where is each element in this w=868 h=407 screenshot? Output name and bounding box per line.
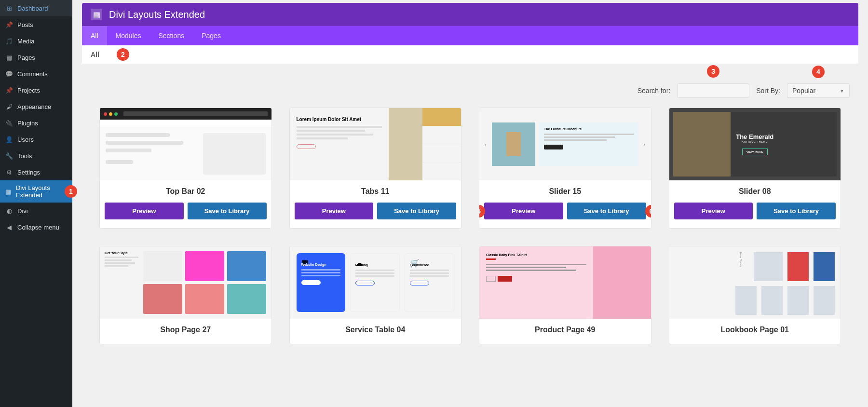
layout-title: Lookbook Page 01 (674, 326, 836, 334)
pin-icon: 📌 (5, 20, 14, 29)
sidebar-item-projects[interactable]: 📌Projects (0, 82, 72, 98)
subfilter-bar: All 2 (82, 45, 858, 64)
layout-card: Top Bar 02 Preview Save to Library (99, 108, 272, 229)
save-to-library-button[interactable]: Save to Library (757, 203, 836, 219)
sidebar-item-divi-layouts-extended[interactable]: ▦Divi Layouts Extended 1 (0, 180, 72, 203)
annotation-badge-2: 2 (117, 48, 129, 61)
comment-icon: 💬 (5, 69, 14, 78)
subfilter-all[interactable]: All (91, 51, 99, 58)
sort-select[interactable]: Popular ▼ 4 (787, 83, 850, 98)
collapse-icon: ◀ (5, 223, 14, 231)
sidebar-item-pages[interactable]: ▤Pages (0, 49, 72, 66)
sidebar-item-settings[interactable]: ⚙Settings (0, 164, 72, 180)
sidebar-item-divi[interactable]: ◐Divi (0, 203, 72, 219)
sidebar-item-dashboard[interactable]: ⊞Dashboard (0, 0, 72, 16)
wrench-icon: 🔧 (5, 151, 14, 160)
layout-thumbnail: Classic Baby Pink T-Shirt (479, 246, 651, 319)
brush-icon: 🖌 (5, 102, 14, 111)
layout-card: Lorem Ipsum Dolor Sit Amet Tabs 11 Previ… (289, 108, 462, 229)
sidebar-item-label: Appearance (17, 103, 51, 110)
page-title: Divi Layouts Extended (109, 9, 205, 20)
sidebar-item-appearance[interactable]: 🖌Appearance (0, 98, 72, 115)
admin-sidebar: ⊞Dashboard 📌Posts 🎵Media ▤Pages 💬Comment… (0, 0, 72, 407)
page-header: ▦ Divi Layouts Extended All Modules Sect… (82, 3, 858, 45)
layout-card: Classic Baby Pink T-Shirt Product Page 4… (479, 246, 651, 344)
sidebar-item-label: Dashboard (17, 5, 48, 12)
save-to-library-button[interactable]: Save to Library (377, 203, 456, 219)
chevron-down-icon: ▼ (840, 88, 844, 94)
sidebar-item-label: Collapse menu (17, 224, 59, 231)
sidebar-item-label: Media (17, 38, 34, 45)
layout-grid: Top Bar 02 Preview Save to Library Lorem… (82, 108, 858, 364)
layout-title: Slider 08 (674, 187, 836, 196)
tab-sections[interactable]: Sections (149, 26, 193, 45)
layout-thumbnail: ▦Website Design ☁Hosting 🛒Ecommerce (290, 246, 461, 319)
preview-button[interactable]: Preview (674, 203, 753, 219)
save-to-library-button[interactable]: Save to Library (567, 203, 646, 219)
layout-title: Top Bar 02 (105, 187, 267, 196)
layout-thumbnail: New Styles (669, 246, 841, 319)
layout-card: The EmeraldANTIQUE THEMEVIEW MORE Slider… (669, 108, 841, 229)
pages-icon: ▤ (5, 53, 14, 62)
main-content: ▦ Divi Layouts Extended All Modules Sect… (72, 0, 868, 407)
layout-card: ▦Website Design ☁Hosting 🛒Ecommerce Serv… (289, 246, 462, 344)
layout-thumbnail (100, 108, 271, 180)
layout-card: New Styles Lookbook Page 01 (669, 246, 841, 344)
sidebar-item-tools[interactable]: 🔧Tools (0, 148, 72, 164)
sidebar-item-label: Settings (17, 169, 40, 176)
sliders-icon: ⚙ (5, 168, 14, 176)
save-to-library-button[interactable]: Save to Library (188, 203, 267, 219)
sidebar-item-label: Users (17, 136, 34, 143)
layout-title: Tabs 11 (295, 187, 457, 196)
sidebar-item-posts[interactable]: 📌Posts (0, 16, 72, 33)
search-input[interactable] (677, 83, 749, 98)
divi-icon: ◐ (5, 206, 14, 215)
layout-title: Slider 15 (484, 187, 646, 196)
layout-thumbnail: Get Your Style (100, 246, 271, 319)
annotation-badge-3: 3 (707, 65, 719, 78)
sidebar-item-collapse[interactable]: ◀Collapse menu (0, 219, 72, 235)
media-icon: 🎵 (5, 37, 14, 45)
layout-icon: ▦ (91, 9, 102, 20)
tab-pages[interactable]: Pages (193, 26, 230, 45)
sidebar-item-label: Tools (17, 152, 32, 160)
layout-title: Product Page 49 (484, 326, 646, 334)
layout-card: ‹ The Furniture Brochure › Slider 15 Pre… (479, 108, 651, 229)
dashboard-icon: ⊞ (5, 4, 14, 13)
preview-button[interactable]: Preview (295, 203, 374, 219)
sidebar-item-comments[interactable]: 💬Comments (0, 66, 72, 82)
annotation-badge-4: 4 (812, 66, 825, 78)
layout-title: Shop Page 27 (105, 326, 267, 334)
sidebar-item-label: Divi Layouts Extended (16, 184, 68, 199)
sort-value: Popular (792, 87, 815, 95)
sidebar-item-label: Projects (17, 87, 40, 94)
sidebar-item-label: Pages (17, 54, 35, 61)
sidebar-item-label: Divi (17, 207, 28, 215)
layout-card: Get Your Style Shop Page 27 (99, 246, 272, 344)
toolbar: Search for: 3 Sort By: Popular ▼ 4 (82, 64, 858, 108)
sidebar-item-label: Comments (17, 70, 48, 78)
pin-icon: 📌 (5, 86, 14, 95)
preview-button[interactable]: Preview (484, 203, 563, 219)
plug-icon: 🔌 (5, 119, 14, 127)
filter-tabs: All Modules Sections Pages (82, 26, 858, 45)
layout-thumbnail: ‹ The Furniture Brochure › (479, 108, 651, 180)
sort-label: Sort By: (756, 87, 780, 95)
tab-all[interactable]: All (82, 26, 107, 45)
search-label: Search for: (637, 87, 670, 95)
tab-modules[interactable]: Modules (107, 26, 150, 45)
sidebar-item-plugins[interactable]: 🔌Plugins (0, 115, 72, 131)
sidebar-item-label: Posts (17, 21, 33, 28)
preview-button[interactable]: Preview (105, 203, 184, 219)
header-title-row: ▦ Divi Layouts Extended (82, 3, 858, 26)
layout-thumbnail: The EmeraldANTIQUE THEMEVIEW MORE (669, 108, 841, 180)
sidebar-item-label: Plugins (17, 120, 38, 127)
layout-thumbnail: Lorem Ipsum Dolor Sit Amet (290, 108, 461, 180)
user-icon: 👤 (5, 135, 14, 144)
sidebar-item-users[interactable]: 👤Users (0, 131, 72, 148)
layout-title: Service Table 04 (295, 326, 457, 334)
layout-icon: ▦ (5, 187, 12, 196)
sidebar-item-media[interactable]: 🎵Media (0, 33, 72, 49)
